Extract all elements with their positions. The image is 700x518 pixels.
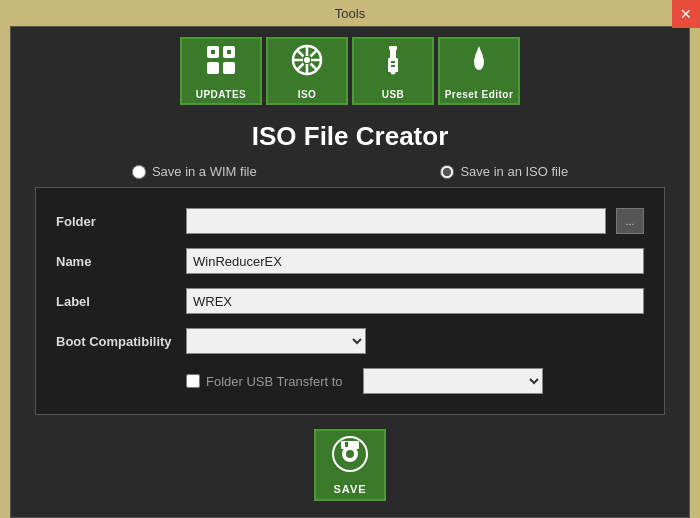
svg-line-15 xyxy=(297,64,304,71)
save-section: SAVE xyxy=(314,429,386,501)
save-button[interactable]: SAVE xyxy=(314,429,386,501)
svg-line-12 xyxy=(297,50,304,57)
updates-icon xyxy=(203,42,239,85)
main-window: UPDATES ISO xyxy=(10,26,690,518)
name-label: Name xyxy=(56,254,176,269)
wim-radio-label: Save in a WIM file xyxy=(152,164,257,179)
name-input[interactable] xyxy=(186,248,644,274)
updates-button[interactable]: UPDATES xyxy=(180,37,262,105)
svg-rect-4 xyxy=(211,50,215,54)
name-row: Name xyxy=(56,248,644,274)
folder-label: Folder xyxy=(56,214,176,229)
svg-rect-18 xyxy=(389,46,397,50)
svg-rect-27 xyxy=(341,441,359,449)
iso-label: ISO xyxy=(298,89,317,100)
folder-usb-checkbox[interactable] xyxy=(186,374,200,388)
iso-radio-label: Save in an ISO file xyxy=(460,164,568,179)
folder-row: Folder ... xyxy=(56,208,644,234)
svg-rect-3 xyxy=(223,62,235,74)
usb-icon xyxy=(375,42,411,85)
svg-rect-21 xyxy=(391,65,395,67)
svg-point-19 xyxy=(391,70,396,75)
svg-rect-20 xyxy=(391,61,395,63)
folder-input[interactable] xyxy=(186,208,606,234)
boot-compat-row: Boot Compatibility xyxy=(56,328,644,354)
svg-rect-28 xyxy=(345,442,348,447)
folder-usb-row: Folder USB Transfert to xyxy=(56,368,644,394)
svg-point-22 xyxy=(474,54,484,70)
save-icon xyxy=(331,435,369,480)
usb-button[interactable]: USB xyxy=(352,37,434,105)
preset-editor-icon xyxy=(461,42,497,85)
folder-usb-label: Folder USB Transfert to xyxy=(206,374,343,389)
preset-editor-label: Preset Editor xyxy=(445,89,514,100)
iso-button[interactable]: ISO xyxy=(266,37,348,105)
updates-label: UPDATES xyxy=(196,89,247,100)
iso-icon xyxy=(289,42,325,85)
usb-label: USB xyxy=(382,89,405,100)
svg-marker-23 xyxy=(475,46,483,56)
folder-usb-select[interactable] xyxy=(363,368,543,394)
browse-button[interactable]: ... xyxy=(616,208,644,234)
page-title: ISO File Creator xyxy=(252,121,449,152)
boot-compat-label: Boot Compatibility xyxy=(56,334,176,349)
radio-row: Save in a WIM file Save in an ISO file xyxy=(40,164,660,179)
svg-line-14 xyxy=(311,50,318,57)
wim-radio[interactable] xyxy=(132,165,146,179)
toolbar: UPDATES ISO xyxy=(11,27,689,113)
svg-rect-5 xyxy=(227,50,231,54)
folder-usb-option[interactable]: Folder USB Transfert to xyxy=(186,374,343,389)
form-box: Folder ... Name Label Boot Compatibility… xyxy=(35,187,665,415)
svg-line-13 xyxy=(311,64,318,71)
window-title: Tools xyxy=(335,6,365,21)
close-button[interactable]: ✕ xyxy=(672,0,700,28)
label-input[interactable] xyxy=(186,288,644,314)
label-row: Label xyxy=(56,288,644,314)
save-label: SAVE xyxy=(333,483,366,495)
iso-radio[interactable] xyxy=(440,165,454,179)
title-bar: Tools ✕ xyxy=(0,0,700,26)
preset-editor-button[interactable]: Preset Editor xyxy=(438,37,520,105)
wim-radio-option[interactable]: Save in a WIM file xyxy=(132,164,257,179)
svg-rect-2 xyxy=(207,62,219,74)
boot-compat-select[interactable] xyxy=(186,328,366,354)
svg-point-26 xyxy=(346,450,354,458)
label-label: Label xyxy=(56,294,176,309)
iso-radio-option[interactable]: Save in an ISO file xyxy=(440,164,568,179)
svg-point-7 xyxy=(304,57,310,63)
